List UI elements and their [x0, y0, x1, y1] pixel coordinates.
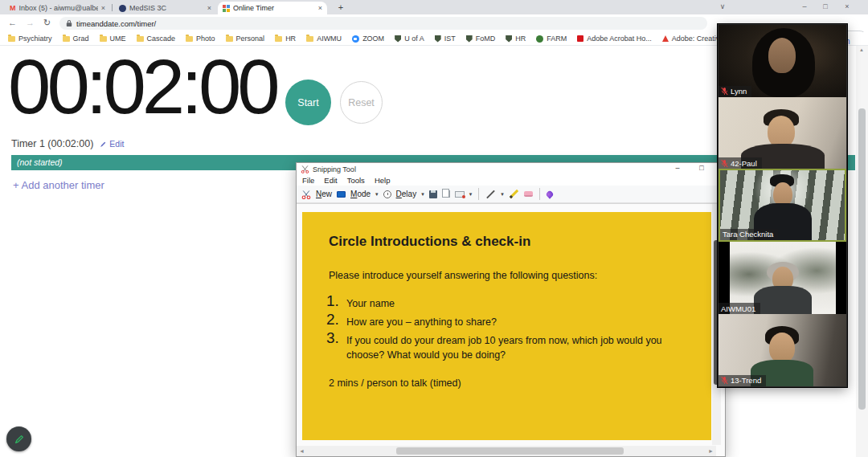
chevron-down-icon[interactable]: ▾ — [501, 191, 504, 198]
snip-horizontal-scrollbar[interactable]: ◄ ► — [297, 446, 716, 456]
close-icon[interactable]: × — [318, 4, 322, 12]
bookmark-fomd[interactable]: FoMD — [466, 35, 496, 43]
bookmark-personal[interactable]: Personal — [226, 35, 265, 43]
tab-online-timer[interactable]: Online Timer × — [218, 2, 327, 14]
menu-edit[interactable]: Edit — [324, 176, 337, 185]
bookmark-acrobat[interactable]: Adobe Acrobat Ho... — [577, 35, 652, 43]
green-pencil-icon — [14, 434, 25, 445]
reset-button[interactable]: Reset — [340, 81, 383, 124]
tab-inbox[interactable]: M Inbox (5) - aiwmu@ualberta.ca × — [5, 2, 110, 14]
farm-icon — [536, 35, 543, 43]
save-icon[interactable] — [429, 190, 437, 198]
slide-title: Circle Introductions & check-in — [329, 234, 530, 250]
snipping-tool-titlebar[interactable]: Snipping Tool – □ × — [297, 163, 725, 175]
timer-status: (not started) — [17, 157, 63, 167]
zoom-participant-tile-aiwmu01[interactable]: AIWMU01 — [719, 242, 846, 315]
shield-icon — [395, 35, 401, 43]
gmail-icon: M — [10, 5, 16, 12]
zoom-participant-tile-tara-active-speaker[interactable]: Tara Checknita — [719, 169, 846, 242]
captured-slide: Circle Introductions & check-in Please i… — [302, 212, 711, 440]
bookmark-farm[interactable]: FARM — [536, 35, 567, 43]
folder-icon — [306, 36, 313, 42]
window-minimize-button[interactable]: – — [796, 0, 813, 14]
bookmark-photo[interactable]: Photo — [186, 35, 215, 43]
refresh-icon[interactable]: ↻ — [43, 18, 51, 28]
chevron-down-icon[interactable]: ▾ — [469, 191, 473, 198]
slide-list-item: 3. If you could do your dream job 10 yea… — [326, 330, 696, 362]
tab-title: Online Timer — [233, 4, 315, 12]
zoom-participant-tile-paul[interactable]: 42-Paul — [719, 97, 846, 169]
bookmark-hr2[interactable]: HR — [506, 35, 526, 43]
annotation-pencil-button[interactable] — [6, 426, 31, 451]
chevron-down-icon[interactable]: ▾ — [375, 191, 379, 198]
edit-link[interactable]: Edit — [100, 139, 124, 149]
bookmark-psychiatry[interactable]: Psychiatry — [8, 35, 52, 43]
bookmark-cascade[interactable]: Cascade — [137, 35, 176, 43]
shield-icon — [506, 35, 512, 43]
mic-muted-icon — [721, 376, 728, 385]
snip-minimize-button[interactable]: – — [666, 163, 689, 174]
email-icon[interactable] — [455, 191, 465, 198]
page-scrollbar[interactable] — [856, 46, 868, 457]
add-another-timer-link[interactable]: + Add another timer — [13, 179, 104, 191]
back-icon[interactable]: ← — [8, 18, 17, 27]
timer-display: 00:02:00 — [8, 47, 276, 128]
scroll-up-arrow-icon[interactable]: ▲ — [859, 47, 864, 52]
slide-list-item: 2. How are you – anything to share? — [326, 312, 696, 329]
medsis-icon — [119, 5, 126, 12]
snip-maximize-button[interactable]: □ — [690, 163, 713, 174]
mode-button[interactable]: Mode — [350, 190, 371, 198]
adobe-icon — [662, 35, 669, 42]
snipping-tool-window[interactable]: Snipping Tool – □ × File Edit Tools Help… — [296, 162, 726, 457]
delay-button[interactable]: Delay — [396, 190, 417, 198]
bookmark-zoom[interactable]: ZOOM — [352, 35, 384, 43]
zoom-app-icon — [352, 35, 359, 43]
chevron-down-icon[interactable]: ▾ — [421, 191, 424, 198]
mic-muted-icon — [721, 87, 728, 96]
tab-medsis[interactable]: MedSIS 3C × — [114, 2, 216, 14]
bookmark-ist[interactable]: IST — [435, 35, 456, 43]
screen: M Inbox (5) - aiwmu@ualberta.ca × MedSIS… — [0, 0, 868, 457]
highlighter-icon[interactable] — [510, 190, 518, 198]
start-button[interactable]: Start — [285, 80, 331, 125]
browser-tab-strip: M Inbox (5) - aiwmu@ualberta.ca × MedSIS… — [0, 0, 868, 14]
window-close-button[interactable]: × — [838, 0, 856, 14]
zoom-video-panel[interactable]: Lynn 42-Paul Tara Checknita — [718, 24, 847, 387]
forward-icon[interactable]: → — [26, 18, 35, 27]
copy-icon[interactable] — [444, 190, 450, 198]
bookmark-hr[interactable]: HR — [275, 35, 296, 43]
zoom-participant-tile-lynn[interactable]: Lynn — [719, 25, 846, 97]
folder-icon — [186, 36, 193, 42]
window-maximize-button[interactable]: □ — [817, 0, 834, 14]
scroll-left-arrow-icon[interactable]: ◄ — [299, 448, 305, 454]
timer-label-row: Timer 1 (00:02:00) Edit — [11, 138, 124, 149]
eraser-icon[interactable] — [524, 191, 533, 197]
snip-horizontal-scrollbar-thumb[interactable] — [396, 447, 624, 455]
zoom-participant-tile-trend[interactable]: 13-Trend — [719, 314, 846, 386]
bookmark-ume[interactable]: UME — [100, 35, 126, 43]
bookmark-uofa[interactable]: U of A — [395, 35, 424, 43]
new-tab-button[interactable]: + — [334, 2, 347, 14]
participant-nametag: 42-Paul — [719, 157, 762, 169]
page-scrollbar-thumb[interactable] — [858, 108, 866, 410]
bookmark-aiwmu[interactable]: AIWMU — [306, 35, 342, 43]
tab-title: MedSIS 3C — [129, 4, 204, 12]
ink-color-icon[interactable] — [545, 190, 554, 198]
menu-tools[interactable]: Tools — [347, 176, 365, 185]
menu-help[interactable]: Help — [375, 176, 391, 185]
bookmark-grad[interactable]: Grad — [63, 35, 89, 43]
close-icon[interactable]: × — [207, 4, 211, 12]
participant-nametag: Tara Checknita — [720, 229, 778, 240]
scissors-icon — [301, 165, 309, 173]
acrobat-icon — [577, 35, 583, 42]
tab-search-chevron-icon[interactable]: ∨ — [714, 0, 731, 14]
snipping-tool-title: Snipping Tool — [313, 165, 356, 173]
scroll-right-arrow-icon[interactable]: ► — [708, 448, 714, 454]
address-bar[interactable]: timeanddate.com/timer/ — [59, 17, 707, 30]
pencil-icon — [100, 141, 107, 148]
menu-file[interactable]: File — [302, 176, 314, 185]
new-button[interactable]: New — [316, 190, 332, 198]
pen-icon[interactable] — [486, 190, 495, 198]
close-icon[interactable]: × — [101, 4, 105, 12]
mode-icon — [337, 191, 346, 198]
